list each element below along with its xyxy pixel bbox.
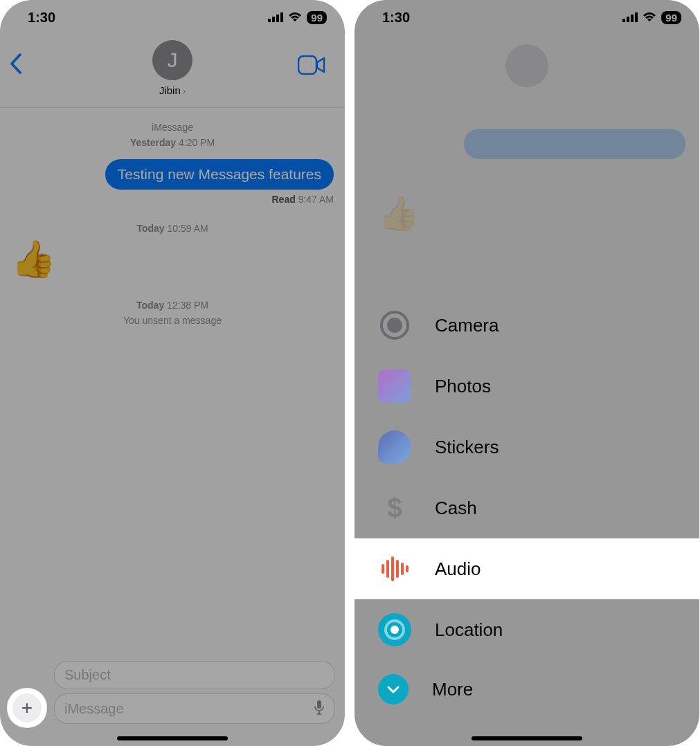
cash-icon: $ [378,491,411,525]
thumbs-up-sticker[interactable]: 👍 [11,238,334,280]
subject-placeholder: Subject [64,667,111,683]
menu-item-location[interactable]: Location [355,599,699,660]
message-thread[interactable]: iMessage Yesterday 4:20 PM Testing new M… [0,108,345,336]
audio-waveform-icon [378,552,411,585]
menu-item-audio[interactable]: Audio [355,538,699,599]
menu-label-cash: Cash [435,498,477,519]
svg-rect-6 [622,19,625,22]
timestamp-3: Today 12:38 PM [11,300,334,311]
svg-rect-4 [298,56,316,74]
svg-rect-2 [276,15,279,22]
status-time: 1:30 [28,10,55,26]
back-button[interactable] [10,53,22,80]
battery-level: 99 [307,11,327,24]
sent-message-bubble[interactable]: Testing new Messages features [105,159,334,190]
phone-right-apps-menu: 1:30 99 👍 Camera Photos [355,0,699,746]
message-input[interactable]: iMessage [54,693,335,724]
status-icons: 99 [268,11,327,24]
svg-rect-9 [635,12,638,22]
unsent-notice: You unsent a message [11,315,334,326]
location-icon [378,613,411,646]
subject-input[interactable]: Subject [54,661,335,689]
status-bar: 1:30 99 [0,0,345,35]
timestamp-1: Yesterday 4:20 PM [11,137,334,148]
menu-item-photos[interactable]: Photos [355,356,699,417]
conversation-header: J Jibin [0,35,345,108]
svg-rect-3 [280,12,283,22]
plus-button[interactable]: + [7,688,47,728]
menu-item-cash[interactable]: $ Cash [355,477,699,538]
microphone-icon[interactable] [314,700,325,718]
read-receipt: Read 9:47 AM [11,194,334,205]
menu-item-more[interactable]: More [355,660,699,718]
avatar: J [152,40,192,80]
menu-label-more: More [432,679,473,700]
message-placeholder: iMessage [64,701,124,717]
menu-label-location: Location [435,619,503,641]
menu-item-stickers[interactable]: Stickers [355,417,699,477]
menu-item-camera[interactable]: Camera [355,295,699,356]
status-icons: 99 [622,11,681,24]
timestamp-2: Today 10:59 AM [11,223,334,234]
wifi-icon [287,12,303,23]
svg-rect-7 [627,17,629,22]
menu-label-stickers: Stickers [435,437,499,458]
home-indicator[interactable] [472,736,582,740]
wifi-icon [642,12,657,23]
facetime-button[interactable] [298,55,325,78]
stickers-icon [378,430,411,464]
svg-rect-5 [317,700,321,709]
phone-left-conversation: 1:30 99 J Jibin iMessage Yesterday 4:20 … [0,0,345,746]
battery-level: 99 [661,11,681,24]
status-time: 1:30 [382,10,410,26]
contact-name: Jibin [152,84,192,96]
svg-rect-1 [272,17,275,22]
menu-label-photos: Photos [435,376,491,397]
compose-area: Subject iMessage [0,661,345,729]
photos-icon [378,370,411,403]
contact-info-button[interactable]: J Jibin [152,40,192,96]
apps-menu-sheet: Camera Photos Stickers $ Cash Audio Loca… [355,295,699,718]
status-bar: 1:30 99 [355,0,699,35]
service-label: iMessage [11,122,334,133]
svg-rect-8 [631,15,634,22]
cellular-signal-icon [268,12,283,22]
plus-icon: + [12,693,42,722]
menu-label-audio: Audio [435,558,481,580]
more-chevron-icon [378,674,409,704]
menu-label-camera: Camera [435,315,499,336]
home-indicator[interactable] [117,736,228,740]
svg-rect-0 [268,19,271,22]
camera-icon [378,309,411,342]
cellular-signal-icon [622,12,638,22]
